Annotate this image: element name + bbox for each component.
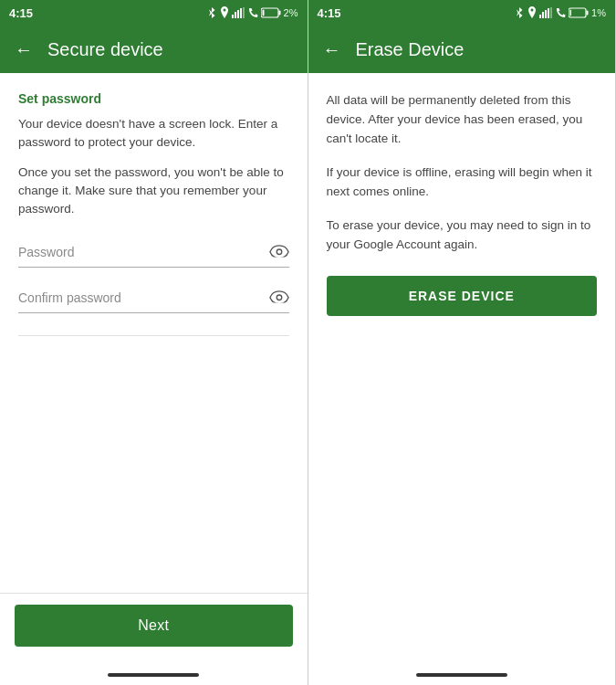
status-icons-left: 2% [206,6,298,19]
next-button[interactable]: Next [15,605,293,647]
location-icon [220,6,229,19]
screen-title-right: Erase Device [356,39,465,60]
screen-title-left: Secure device [47,39,163,60]
status-icons-right: 1% [514,6,606,19]
home-bar-indicator-left [108,673,199,677]
svg-rect-12 [545,10,547,18]
time-left: 4:15 [9,6,33,20]
svg-point-9 [277,295,282,300]
svg-rect-17 [570,10,572,16]
erase-description-2: If your device is offline, erasing will … [327,163,598,202]
home-bar-right [308,665,616,685]
svg-rect-3 [240,8,242,18]
bluetooth-icon-right [514,6,525,19]
time-right: 4:15 [318,6,341,20]
status-bar-left: 4:15 2% [0,0,308,26]
battery-icon-left [261,7,281,18]
bottom-action-left: Next [0,593,308,665]
app-bar-left: ← Secure device [0,26,308,73]
divider-left [18,335,289,336]
description-text-1: Your device doesn't have a screen lock. … [18,115,289,153]
svg-rect-6 [278,11,280,16]
svg-rect-16 [587,11,589,16]
svg-rect-14 [550,7,552,18]
erase-device-button[interactable]: ERASE DEVICE [327,276,598,316]
svg-rect-4 [243,7,245,18]
app-bar-right: ← Erase Device [308,26,616,73]
password-toggle-icon[interactable] [269,243,289,262]
back-button-left[interactable]: ← [15,39,33,60]
svg-rect-2 [237,10,239,18]
status-bar-right: 4:15 1% [308,0,616,26]
confirm-toggle-icon[interactable] [269,289,289,308]
erase-description-1: All data will be permanently deleted fro… [327,91,598,149]
battery-pct-left: 2% [284,7,298,18]
bluetooth-icon [206,6,217,19]
secure-device-panel: 4:15 2% ← [0,0,308,685]
erase-description-3: To erase your device, you may need to si… [327,216,598,255]
description-text-2: Once you set the password, you won't be … [18,163,289,219]
content-left: Set password Your device doesn't have a … [0,73,308,593]
svg-rect-1 [235,12,236,18]
password-input[interactable] [18,237,289,268]
home-bar-left [0,665,308,685]
erase-device-panel: 4:15 1% ← [308,0,617,685]
phone-icon-left [247,7,258,18]
back-button-right[interactable]: ← [323,39,341,60]
svg-rect-13 [548,8,549,18]
svg-rect-11 [542,12,544,18]
svg-rect-0 [232,15,234,18]
phone-icon-right [555,7,566,18]
svg-point-8 [277,249,282,255]
confirm-password-input[interactable] [18,282,289,313]
battery-pct-right: 1% [591,7,606,18]
svg-rect-10 [539,15,541,18]
signal-icon-left [232,7,245,18]
battery-icon-right [569,7,589,18]
content-right: All data will be permanently deleted fro… [308,73,616,665]
location-icon-right [527,6,537,19]
home-bar-indicator-right [416,673,507,677]
password-input-group [18,237,289,268]
signal-icon-right [539,7,552,18]
set-password-label: Set password [18,91,289,106]
svg-rect-7 [262,10,264,16]
confirm-password-input-group [18,282,289,313]
